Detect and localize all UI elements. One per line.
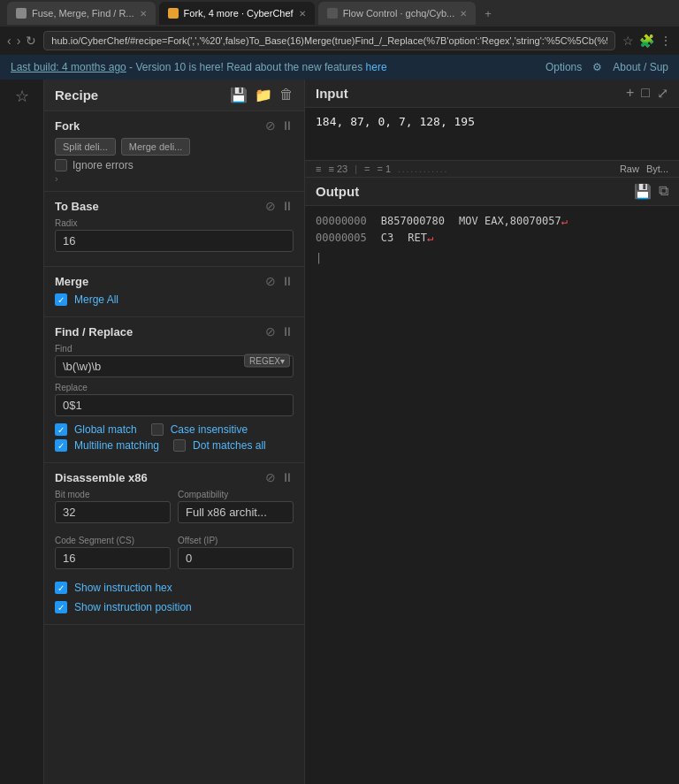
forward-icon[interactable]: › — [17, 34, 21, 48]
favorites-icon[interactable]: ☆ — [15, 87, 29, 106]
find-replace-header: Find / Replace ⊘ ⏸ — [55, 324, 294, 339]
disassemble-pause-icon[interactable]: ⏸ — [281, 470, 294, 484]
offset-label: Offset (IP) — [178, 536, 294, 545]
asm-instr-1: RET↵ — [408, 230, 433, 247]
code-segment-input[interactable] — [55, 547, 171, 569]
find-label: Find — [55, 344, 294, 354]
menu-icon[interactable]: ⋮ — [660, 34, 672, 48]
merge-header: Merge ⊘ ⏸ — [55, 274, 294, 288]
browser-chrome: Fuse, Merge, Find / R... ✕ Fork, 4 more … — [0, 0, 679, 27]
bit-mode-label: Bit mode — [55, 490, 171, 499]
show-pos-row: Show instruction position — [55, 601, 294, 613]
notif-middle: - Version 10 is here! Read about the new… — [129, 61, 366, 73]
copy-output-icon[interactable]: ⧉ — [659, 183, 668, 200]
ignore-errors-checkbox[interactable] — [55, 159, 67, 171]
input-area[interactable]: 184, 87, 0, 7, 128, 195 — [305, 108, 679, 161]
scrollbar-dots: ............ — [398, 164, 448, 174]
bookmark-icon[interactable]: ☆ — [622, 34, 634, 48]
tab-close-fuse[interactable]: ✕ — [140, 9, 147, 19]
input-expand-icon[interactable]: ⤢ — [657, 85, 668, 102]
regex-badge[interactable]: REGEX▾ — [244, 354, 290, 368]
multiline-label: Multiline matching — [74, 439, 159, 452]
multiline-checkbox[interactable] — [55, 439, 67, 452]
address-input[interactable] — [43, 31, 615, 50]
asm-addr-1: 00000005 — [316, 230, 367, 247]
notif-here-link[interactable]: here — [366, 61, 387, 73]
compatibility-input[interactable] — [178, 501, 294, 523]
last-build-link[interactable]: Last build: 4 months ago — [11, 61, 126, 73]
recipe-panel: Recipe 💾 📁 🗑 Fork ⊘ ⏸ Split deli... Merg… — [44, 80, 305, 784]
last-build-text: Last build: 4 months ago - Version 10 is… — [11, 61, 387, 73]
disassemble-block: Disassemble x86 ⊘ ⏸ Bit mode Compatibili… — [44, 463, 304, 625]
fork-pause-icon[interactable]: ⏸ — [281, 118, 294, 133]
bit-mode-input[interactable] — [55, 501, 171, 523]
tab-favicon-flow — [327, 8, 338, 19]
fork-row: Split deli... Merge deli... — [55, 138, 294, 156]
global-match-label: Global match — [74, 423, 137, 436]
save-output-icon[interactable]: 💾 — [634, 183, 652, 200]
replace-input[interactable] — [55, 394, 294, 416]
save-recipe-icon[interactable]: 💾 — [230, 87, 248, 103]
radix-input[interactable] — [55, 230, 294, 252]
new-tab-button[interactable]: + — [479, 4, 497, 24]
recipe-title: Recipe — [55, 88, 230, 103]
offset-group: Offset (IP) — [178, 536, 294, 569]
tab-fuse[interactable]: Fuse, Merge, Find / R... ✕ — [7, 2, 156, 25]
to-base-block: To Base ⊘ ⏸ Radix — [44, 192, 304, 267]
split-delimiter-button[interactable]: Split deli... — [55, 138, 116, 156]
to-base-controls: ⊘ ⏸ — [265, 199, 294, 213]
about-label[interactable]: About / Sup — [613, 61, 668, 73]
output-header: Output 💾 ⧉ — [305, 178, 679, 206]
tab-cyberchef[interactable]: Fork, 4 more · CyberChef ✕ — [159, 2, 315, 25]
reload-icon[interactable]: ↻ — [26, 34, 36, 48]
to-base-header: To Base ⊘ ⏸ — [55, 199, 294, 213]
ignore-errors-row: Ignore errors — [55, 159, 294, 171]
to-base-pause-icon[interactable]: ⏸ — [281, 199, 294, 213]
compatibility-label: Compatibility — [178, 490, 294, 499]
case-insensitive-checkbox[interactable] — [151, 423, 164, 436]
output-content: 00000000 B857000780 MOV EAX,80070057↵ 00… — [305, 206, 679, 784]
output-panel: Input + □ ⤢ 184, 87, 0, 7, 128, 195 ≡ ≡ … — [305, 80, 679, 784]
show-hex-row: Show instruction hex — [55, 582, 294, 594]
to-base-disable-icon[interactable]: ⊘ — [265, 199, 276, 213]
gear-icon[interactable]: ⚙ — [592, 61, 602, 73]
fork-block-header: Fork ⊘ ⏸ — [55, 118, 294, 133]
tab-close-flow[interactable]: ✕ — [460, 9, 467, 19]
raw-label[interactable]: Raw — [620, 164, 639, 174]
fork-block-title: Fork — [55, 119, 265, 133]
load-recipe-icon[interactable]: 📁 — [255, 87, 272, 103]
offset-input[interactable] — [178, 547, 294, 569]
options-label[interactable]: Options — [545, 61, 582, 73]
tab-flow-label: Flow Control · gchq/Cyb... — [343, 8, 455, 19]
show-pos-checkbox[interactable] — [55, 601, 67, 613]
clear-recipe-icon[interactable]: 🗑 — [279, 87, 294, 103]
show-pos-label: Show instruction position — [74, 601, 192, 613]
merge-all-checkbox[interactable] — [55, 293, 67, 306]
global-match-checkbox[interactable] — [55, 423, 67, 436]
find-replace-pause-icon[interactable]: ⏸ — [281, 324, 294, 339]
output-title: Output — [316, 184, 634, 199]
asm-instr-0: MOV EAX,80070057↵ — [459, 213, 568, 230]
input-add-icon[interactable]: + — [626, 85, 634, 102]
bytes-label[interactable]: Byt... — [646, 164, 668, 174]
merge-title: Merge — [55, 275, 265, 288]
cursor-line: | — [316, 250, 668, 267]
find-field-group: Find REGEX▾ — [55, 344, 294, 377]
disassemble-disable-icon[interactable]: ⊘ — [265, 470, 276, 484]
back-icon[interactable]: ‹ — [7, 34, 11, 48]
merge-disable-icon[interactable]: ⊘ — [265, 274, 276, 288]
tab-close-cyberchef[interactable]: ✕ — [299, 9, 306, 19]
replace-field-group: Replace — [55, 383, 294, 416]
fork-disable-icon[interactable]: ⊘ — [265, 118, 276, 133]
merge-pause-icon[interactable]: ⏸ — [281, 274, 294, 288]
extension-icon[interactable]: 🧩 — [639, 34, 654, 48]
show-hex-checkbox[interactable] — [55, 582, 67, 594]
find-replace-disable-icon[interactable]: ⊘ — [265, 324, 276, 339]
merge-delimiter-button[interactable]: Merge deli... — [121, 138, 191, 156]
dot-matches-checkbox[interactable] — [173, 439, 186, 452]
disassemble-header: Disassemble x86 ⊘ ⏸ — [55, 470, 294, 484]
input-folder-icon[interactable]: □ — [641, 85, 650, 102]
find-replace-block: Find / Replace ⊘ ⏸ Find REGEX▾ Replace G… — [44, 317, 304, 463]
asm-bytes-1: C3 — [381, 230, 393, 247]
tab-flow[interactable]: Flow Control · gchq/Cyb... ✕ — [318, 2, 477, 25]
